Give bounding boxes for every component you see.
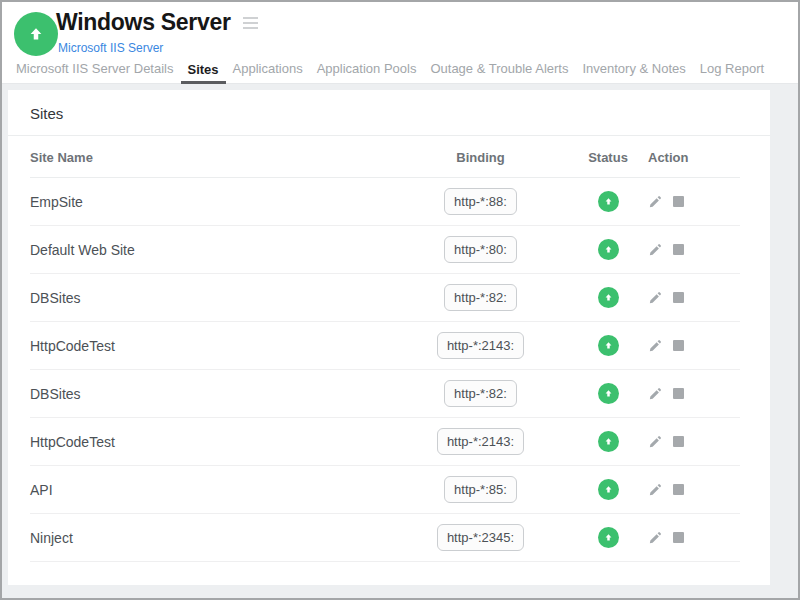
up-arrow-icon: [26, 24, 46, 44]
site-name: Ninject: [30, 530, 73, 546]
tab-outage-trouble-alerts[interactable]: Outage & Trouble Alerts: [423, 61, 575, 83]
stop-square-icon[interactable]: [673, 436, 684, 447]
stop-square-icon[interactable]: [673, 532, 684, 543]
status-up-icon: [598, 431, 619, 452]
status-up-icon: [598, 383, 619, 404]
stop-square-icon[interactable]: [673, 244, 684, 255]
binding-pill: http-*:85:: [444, 476, 517, 503]
column-header-binding: Binding: [393, 136, 568, 178]
binding-pill: http-*:82:: [444, 284, 517, 311]
site-name: EmpSite: [30, 194, 83, 210]
status-up-icon: [598, 335, 619, 356]
binding-pill: http-*:2143:: [437, 332, 524, 359]
table-header-row: Site Name Binding Status Action: [30, 136, 740, 178]
tab-microsoft-iis-server-details[interactable]: Microsoft IIS Server Details: [9, 61, 181, 83]
edit-pencil-icon[interactable]: [648, 291, 662, 305]
column-header-site-name: Site Name: [30, 136, 393, 178]
column-header-action: Action: [648, 136, 740, 178]
hamburger-icon[interactable]: [241, 15, 260, 31]
table-row: HttpCodeTest http-*:2143:: [30, 418, 740, 466]
page-title: Windows Server: [56, 9, 231, 36]
binding-pill: http-*:2143:: [437, 428, 524, 455]
status-up-icon: [598, 287, 619, 308]
tab-bar: Microsoft IIS Server DetailsSitesApplica…: [2, 60, 798, 84]
status-up-icon: [598, 191, 619, 212]
page-header: Windows Server Microsoft IIS Server Micr…: [2, 2, 798, 84]
stop-square-icon[interactable]: [673, 388, 684, 399]
table-row: DBSites http-*:82:: [30, 370, 740, 418]
table-row: DBSites http-*:82:: [30, 274, 740, 322]
sites-card: Sites Site Name Binding Status Action Em…: [8, 90, 770, 585]
binding-pill: http-*:2345:: [437, 524, 524, 551]
tab-sites[interactable]: Sites: [181, 62, 226, 84]
stop-square-icon[interactable]: [673, 340, 684, 351]
edit-pencil-icon[interactable]: [648, 387, 662, 401]
table-row: HttpCodeTest http-*:2143:: [30, 322, 740, 370]
sites-table: Site Name Binding Status Action EmpSite …: [30, 136, 740, 562]
site-name: API: [30, 482, 53, 498]
tab-application-pools[interactable]: Application Pools: [310, 61, 424, 83]
column-header-status: Status: [568, 136, 648, 178]
tab-applications[interactable]: Applications: [226, 61, 310, 83]
status-up-icon: [598, 479, 619, 500]
site-name: HttpCodeTest: [30, 434, 115, 450]
site-name: HttpCodeTest: [30, 338, 115, 354]
edit-pencil-icon[interactable]: [648, 195, 662, 209]
edit-pencil-icon[interactable]: [648, 483, 662, 497]
stop-square-icon[interactable]: [673, 484, 684, 495]
status-up-icon: [598, 527, 619, 548]
stop-square-icon[interactable]: [673, 196, 684, 207]
edit-pencil-icon[interactable]: [648, 435, 662, 449]
tab-inventory-notes[interactable]: Inventory & Notes: [575, 61, 692, 83]
table-row: Default Web Site http-*:80:: [30, 226, 740, 274]
binding-pill: http-*:82:: [444, 380, 517, 407]
sites-table-body: EmpSite http-*:88: Default Web Site: [30, 178, 740, 562]
tab-log-report[interactable]: Log Report: [693, 61, 771, 83]
binding-pill: http-*:88:: [444, 188, 517, 215]
site-name: Default Web Site: [30, 242, 135, 258]
status-up-icon: [598, 239, 619, 260]
site-name: DBSites: [30, 290, 81, 306]
table-row: Ninject http-*:2345:: [30, 514, 740, 562]
site-name: DBSites: [30, 386, 81, 402]
edit-pencil-icon[interactable]: [648, 339, 662, 353]
card-title: Sites: [8, 90, 770, 136]
table-row: EmpSite http-*:88:: [30, 178, 740, 226]
table-row: API http-*:85:: [30, 466, 740, 514]
stop-square-icon[interactable]: [673, 292, 684, 303]
edit-pencil-icon[interactable]: [648, 531, 662, 545]
content-area: Sites Site Name Binding Status Action Em…: [2, 84, 798, 597]
monitor-type-link[interactable]: Microsoft IIS Server: [58, 41, 163, 55]
binding-pill: http-*:80:: [444, 236, 517, 263]
monitor-status-up-icon: [14, 12, 58, 56]
edit-pencil-icon[interactable]: [648, 243, 662, 257]
